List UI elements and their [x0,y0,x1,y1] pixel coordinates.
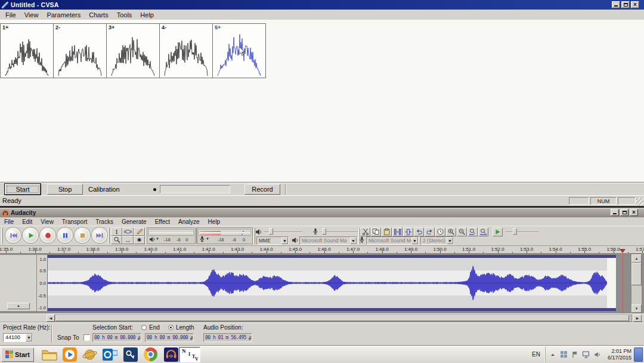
cut-button[interactable] [360,227,370,236]
time-shift-tool-button[interactable]: ↔ [122,236,134,244]
zoom-in-button[interactable] [446,227,456,236]
audacity-close-button[interactable]: × [630,209,638,216]
cvsa-resize-grip[interactable] [636,198,643,205]
recording-channels-select[interactable]: 2 (Stereo)▼ [420,236,454,245]
stop-button[interactable]: Stop [47,184,83,195]
audacity-menu-file[interactable]: File [0,218,18,226]
cvsa-chart-2-[interactable]: 2- [53,23,107,78]
audacity-menu-analyze[interactable]: Analyze [174,218,204,226]
envelope-tool-button[interactable] [122,227,134,236]
cvsa-chart-3+[interactable]: 3+ [106,23,160,78]
scroll-down-button[interactable]: ▼ [631,304,642,313]
cvsa-menu-help[interactable]: Help [136,11,158,19]
record-button[interactable] [40,227,55,243]
vertical-scrollbar[interactable]: ▲ ▼ [631,254,642,313]
display-icon[interactable] [582,350,590,358]
recording-device-select[interactable]: Microsoft Sound Me▼ [366,236,419,245]
zoom-tool-button[interactable] [111,236,122,244]
recording-meter[interactable]: ▼ -18 -6 0 [197,227,253,244]
play-speed-thumb[interactable] [513,228,517,235]
taskbar-app-password-key[interactable] [122,347,138,362]
cvsa-chart-4-[interactable]: 4- [159,23,213,78]
audacity-menu-help[interactable]: Help [204,218,225,226]
fit-selection-button[interactable] [467,227,478,236]
scroll-up-button[interactable]: ▲ [631,254,642,263]
taskbar-app-outlook[interactable] [102,347,118,362]
zoom-out-button[interactable] [457,227,467,236]
taskbar-app-nitv-cvsa[interactable]: NITV [179,347,200,362]
taskbar-app-media-player[interactable] [61,347,78,362]
show-desktop-button[interactable] [634,347,643,362]
redo-button[interactable] [425,227,435,236]
play-at-speed-button[interactable] [493,227,503,236]
cvsa-menu-charts[interactable]: Charts [85,11,112,19]
taskbar-app-audacity-app[interactable] [163,347,179,362]
paste-button[interactable] [382,227,392,236]
play-button[interactable] [23,227,38,243]
record-button[interactable]: Record [244,184,280,195]
track-control-panel[interactable]: ▲ [0,255,37,311]
horizontal-scrollbar[interactable]: ◀ ▶ [0,313,644,322]
track-collapse-button[interactable]: ▲ [7,303,30,309]
play-speed-slider[interactable] [506,232,539,233]
recording-volume-thumb[interactable] [322,228,326,235]
draw-tool-button[interactable] [134,227,145,236]
length-radio[interactable] [168,325,174,330]
undo-button[interactable] [414,227,424,236]
start-button-taskbar[interactable]: Start [1,347,34,362]
playback-device-select[interactable]: Microsoft Sound Ma▼ [299,236,357,245]
selection-length-field[interactable]: 00 h 00 m 00.000 s▼ [145,333,194,342]
fit-project-button[interactable] [478,227,488,236]
stop-button[interactable] [75,227,90,243]
cvsa-chart-5+[interactable]: 5+ [212,23,266,78]
audio-track-clip[interactable] [48,255,616,311]
cvsa-chart-1+[interactable]: 1+ [0,23,54,78]
hidden-icons-caret-icon[interactable] [549,351,556,358]
tray-clock[interactable]: 2:01 PM 6/17/2015 [608,348,631,361]
cvsa-close-button[interactable]: × [631,1,639,8]
waveform[interactable] [48,258,607,308]
playback-volume-thumb[interactable] [269,228,273,235]
audacity-menu-edit[interactable]: Edit [18,218,36,226]
audacity-maximize-button[interactable] [620,209,628,216]
multi-tool-button[interactable]: ✱ [134,236,145,244]
selection-start-field[interactable]: 00 h 00 m 00.000 s▼ [92,333,141,342]
horizontal-scroll-thumb[interactable] [55,315,629,321]
copy-button[interactable] [371,227,381,236]
selection-tool-button[interactable]: I [111,227,122,236]
start-button[interactable]: Start [5,184,41,195]
cvsa-menu-tools[interactable]: Tools [113,11,137,19]
recording-volume-slider[interactable] [321,232,358,233]
language-indicator[interactable]: EN [532,351,540,358]
volume-icon[interactable] [594,351,602,358]
cvsa-minimize-button[interactable] [612,1,620,8]
cvsa-titlebar[interactable]: Untitled - CVSA × [0,0,644,10]
audacity-minimize-button[interactable] [611,209,619,216]
cvsa-maximize-button[interactable] [621,1,630,8]
audacity-menu-effect[interactable]: Effect [151,218,174,226]
vertical-scroll-thumb[interactable] [631,263,642,285]
silence-button[interactable] [403,227,413,236]
audacity-menu-transport[interactable]: Transport [58,218,91,226]
scroll-left-button[interactable]: ◀ [47,315,55,322]
audio-position-field[interactable]: 00 h 01 m 56.495 s▼ [203,333,252,342]
trim-button[interactable] [392,227,402,236]
audio-host-select[interactable]: MME▼ [256,236,289,245]
vertical-scale-ruler[interactable]: 1.00.50.0-0.5-1.0 [37,255,48,311]
flag-icon[interactable] [571,350,578,358]
windows-icon[interactable] [560,350,568,358]
cvsa-menu-parameters[interactable]: Parameters [42,11,85,19]
skip-to-start-button[interactable] [5,227,21,243]
sync-lock-button[interactable] [435,227,445,236]
audacity-menu-tracks[interactable]: Tracks [91,218,117,226]
timeline-ruler[interactable]: 1:35.01:36.01:37.01:38.01:39.01:40.01:41… [0,245,644,254]
end-radio[interactable] [141,325,147,330]
snap-to-checkbox[interactable] [83,334,90,341]
playback-meter[interactable]: ▼ -18 -6 0 [147,227,196,244]
audacity-menu-view[interactable]: View [36,218,58,226]
audacity-titlebar[interactable]: Audacity × [0,208,644,217]
project-rate-select[interactable]: 44100▼ [3,333,33,342]
audacity-menu-generate[interactable]: Generate [117,218,151,226]
scroll-right-button[interactable]: ▶ [633,315,642,322]
pause-button[interactable] [57,227,73,243]
